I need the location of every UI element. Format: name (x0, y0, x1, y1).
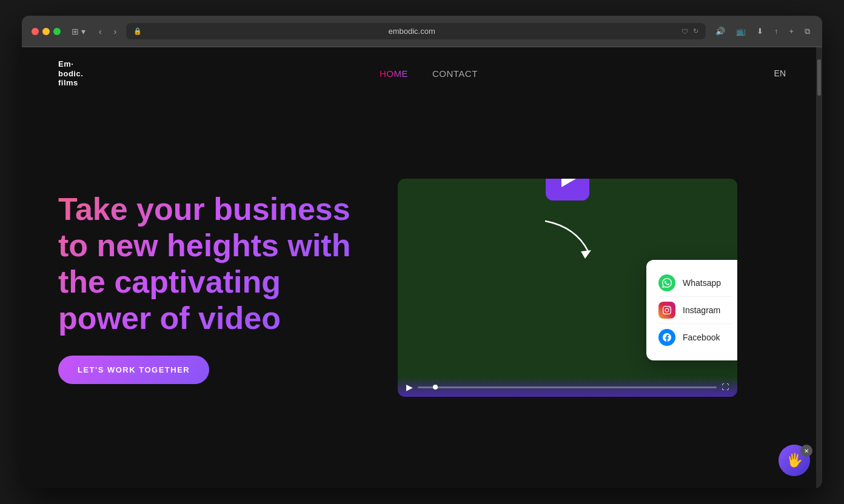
cta-button[interactable]: LET'S WORK TOGETHER (58, 356, 209, 384)
facebook-icon (658, 329, 675, 346)
minimize-traffic-light[interactable] (42, 28, 50, 35)
share-icon[interactable]: ↑ (772, 25, 781, 37)
language-selector[interactable]: EN (774, 68, 786, 78)
refresh-icon[interactable]: ↻ (693, 27, 698, 35)
close-traffic-light[interactable] (32, 28, 39, 35)
whatsapp-icon (658, 274, 675, 291)
video-controls-bar: ▶ ⛶ (398, 377, 737, 397)
arrow-annotation (534, 215, 606, 278)
browser-right-controls: 🔊 📺 ⬇ ↑ + ⧉ (713, 25, 812, 38)
traffic-lights (32, 28, 61, 35)
forward-button[interactable]: › (112, 25, 119, 38)
shield-icon: 🛡 (682, 28, 688, 35)
svg-marker-6 (581, 250, 591, 259)
video-container: ▶ ⛶ Whatsapp (398, 179, 737, 397)
browser-window: ⊞ ▾ ‹ › 🔒 embodic.com 🛡 ↻ 🔊 📺 ⬇ ↑ + ⧉ Em… (22, 16, 822, 488)
facebook-label: Facebook (683, 333, 720, 342)
nav-contact-link[interactable]: CONTACT (432, 68, 478, 79)
new-tab-icon[interactable]: + (786, 25, 796, 37)
sidebar-toggle-button[interactable]: ⊞ ▾ (68, 25, 89, 38)
back-button[interactable]: ‹ (96, 25, 104, 38)
social-popup: Whatsapp Instagram (646, 260, 737, 360)
play-icon (561, 179, 576, 187)
facebook-item[interactable]: Facebook (658, 324, 731, 351)
whatsapp-item[interactable]: Whatsapp (658, 270, 731, 297)
nav-links: HOME CONTACT (380, 68, 478, 79)
download-icon[interactable]: ⬇ (754, 25, 766, 37)
volume-icon[interactable]: 🔊 (713, 25, 728, 37)
scrollbar[interactable] (816, 47, 822, 488)
hero-section: Take your business to new heights with t… (22, 100, 822, 488)
video-progress-bar[interactable] (418, 386, 717, 388)
hero-text-block: Take your business to new heights with t… (58, 191, 361, 384)
whatsapp-label: Whatsapp (683, 278, 721, 288)
close-float-button[interactable]: ✕ (800, 445, 812, 457)
hero-heading: Take your business to new heights with t… (58, 191, 361, 336)
browser-chrome: ⊞ ▾ ‹ › 🔒 embodic.com 🛡 ↻ 🔊 📺 ⬇ ↑ + ⧉ (22, 16, 822, 47)
navigation: Em· bodic. films HOME CONTACT EN (22, 47, 822, 100)
video-play-icon[interactable]: ▶ (406, 382, 413, 392)
fullscreen-traffic-light[interactable] (53, 28, 61, 35)
instagram-label: Instagram (683, 305, 720, 315)
play-button[interactable] (546, 179, 589, 201)
instagram-item[interactable]: Instagram (658, 297, 731, 324)
progress-indicator (433, 385, 438, 390)
website-content: Em· bodic. films HOME CONTACT EN Take yo… (22, 47, 822, 488)
tabs-icon[interactable]: ⧉ (802, 25, 812, 38)
address-bar[interactable]: 🔒 embodic.com 🛡 ↻ (126, 23, 706, 39)
site-logo[interactable]: Em· bodic. films (58, 59, 83, 88)
fullscreen-icon[interactable]: ⛶ (722, 383, 729, 391)
url-display: embodic.com (147, 27, 677, 36)
cast-icon[interactable]: 📺 (734, 25, 748, 37)
lock-icon: 🔒 (133, 27, 142, 35)
instagram-icon (658, 302, 675, 319)
nav-home-link[interactable]: HOME (380, 68, 408, 79)
